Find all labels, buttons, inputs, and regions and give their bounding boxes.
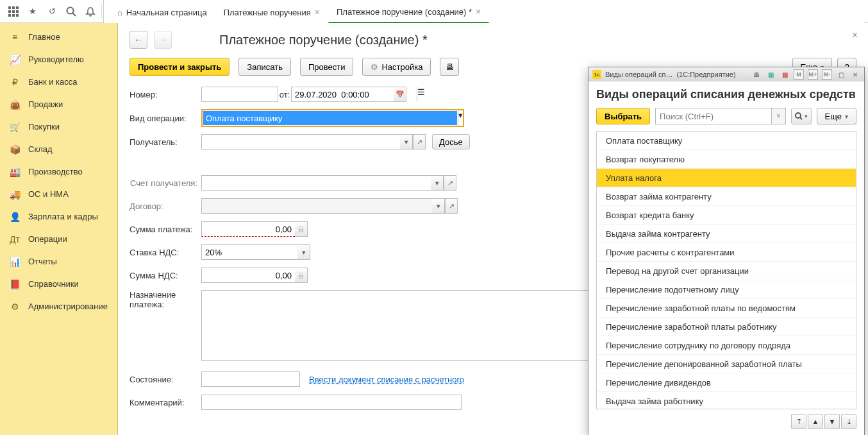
star-icon[interactable]: ★ [23, 2, 42, 21]
open-icon[interactable]: ↗ [445, 198, 458, 214]
popup-more-button[interactable]: Еще [817, 108, 856, 124]
chevron-down-icon[interactable]: ▾ [431, 175, 444, 191]
list-item[interactable]: Перечисление заработной платы работнику [597, 318, 856, 336]
sidebar-item-label: Операции [28, 234, 67, 244]
list-item[interactable]: Выдача займа контрагенту [597, 225, 856, 243]
calendar31-icon[interactable]: ▦ [780, 69, 790, 80]
list-item[interactable]: Перечисление дивидендов [597, 373, 856, 392]
print-icon[interactable]: 🖶 [751, 69, 762, 80]
list-item[interactable]: Возврат кредита банку [597, 206, 856, 225]
vat-rate-input[interactable] [201, 244, 297, 260]
sidebar-item-зарплата-и-кадры[interactable]: 👤Зарплата и кадры [0, 205, 117, 228]
close-icon[interactable]: × [852, 30, 858, 41]
open-icon[interactable]: ↗ [444, 175, 456, 191]
popup-titlebar[interactable]: 1c Виды операций сп… (1С:Предприятие) 🖶 … [588, 67, 864, 81]
sidebar-item-label: ОС и НМА [28, 189, 69, 199]
vat-sum-input[interactable] [201, 268, 295, 283]
search-icon[interactable] [62, 2, 81, 21]
m-plus-icon[interactable]: M+ [808, 69, 818, 80]
list-item[interactable]: Прочие расчеты с контрагентами [597, 243, 856, 262]
chevron-down-icon[interactable]: ▾ [400, 134, 413, 149]
list-item[interactable]: Перечисление заработной платы по ведомос… [597, 299, 856, 318]
sidebar-item-отчеты[interactable]: 📊Отчеты [0, 250, 117, 273]
sidebar-item-label: Производство [28, 167, 83, 176]
open-icon[interactable]: ↗ [413, 134, 426, 149]
list-item[interactable]: Выдача займа работнику [597, 392, 856, 409]
back-button[interactable]: ← [129, 31, 147, 49]
save-button[interactable]: Записать [238, 58, 291, 76]
chevron-down-icon[interactable]: ▾ [432, 198, 445, 214]
dossier-button[interactable]: Досье [432, 134, 470, 149]
list-item[interactable]: Перечисление сотруднику по договору подр… [597, 336, 856, 355]
enter-doc-link[interactable]: Ввести документ списания с расчетного [309, 375, 464, 384]
post-and-close-button[interactable]: Провести и закрыть [129, 58, 230, 76]
calculator-icon[interactable]: ⌸ [295, 268, 308, 283]
app-logo-icon: 1c [592, 70, 601, 79]
op-type-input[interactable] [203, 111, 457, 125]
truck-icon: 🚚 [9, 189, 21, 200]
sidebar-item-покупки[interactable]: 🛒Покупки [0, 115, 117, 138]
ruble-icon: ₽ [9, 77, 21, 87]
list-item[interactable]: Перечисление подотчетному лицу [597, 280, 856, 299]
sidebar-item-банк-и-касса[interactable]: ₽Банк и касса [0, 71, 117, 93]
calendar-icon[interactable]: ▦ [765, 69, 776, 80]
amount-input[interactable] [201, 221, 295, 237]
search-button[interactable] [791, 108, 811, 124]
sidebar-item-администрирование[interactable]: ⚙Администрирование [0, 295, 117, 318]
go-up-icon[interactable]: ▲ [808, 414, 823, 429]
list-item[interactable]: Оплата поставщику [597, 132, 856, 150]
close-icon[interactable]: ✕ [850, 69, 860, 80]
print-button[interactable]: 🖶 [440, 58, 459, 76]
tab-payment-orders[interactable]: Платежные поручения × [215, 1, 328, 23]
calendar-icon[interactable]: 📅 [394, 87, 406, 102]
sidebar-item-производство[interactable]: 🏭Производство [0, 160, 117, 183]
chevron-down-icon[interactable]: ▾ [458, 110, 463, 126]
select-button[interactable]: Выбрать [596, 108, 650, 124]
op-type-field[interactable]: ▾ [201, 109, 464, 127]
m-minus-icon[interactable]: M- [822, 69, 832, 80]
main-content: × ← → Платежное поручение (создание) * П… [118, 23, 868, 435]
list-icon[interactable]: ☰ [417, 87, 431, 101]
recipient-input[interactable] [201, 134, 400, 149]
search-input[interactable] [655, 108, 772, 124]
state-input[interactable] [201, 371, 300, 387]
list-item[interactable]: Возврат займа контрагенту [597, 187, 856, 206]
go-bottom-icon[interactable]: ⤓ [841, 414, 856, 429]
window-icon[interactable]: ▢ [836, 69, 846, 80]
sidebar-item-руководителю[interactable]: 📈Руководителю [0, 48, 117, 71]
date-input[interactable] [291, 87, 394, 102]
sidebar-item-склад[interactable]: 📦Склад [0, 138, 117, 160]
operation-types-list: Оплата поставщикуВозврат покупателюУплат… [596, 131, 856, 409]
sidebar-item-справочники[interactable]: 📕Справочники [0, 273, 117, 295]
list-item[interactable]: Перечисление депонированной заработной п… [597, 355, 856, 373]
list-item[interactable]: Перевод на другой счет организации [597, 262, 856, 280]
forward-button: → [154, 31, 172, 49]
recip-acct-input[interactable] [201, 175, 431, 191]
comment-input[interactable] [201, 395, 462, 410]
clear-icon[interactable]: × [772, 108, 786, 124]
apps-icon[interactable] [4, 2, 23, 21]
close-icon[interactable]: × [476, 6, 481, 17]
contract-input[interactable] [201, 198, 432, 214]
go-top-icon[interactable]: ⤒ [791, 414, 806, 429]
sidebar-item-главное[interactable]: ≡Главное [0, 26, 117, 48]
settings-button[interactable]: ⚙Настройка [362, 58, 431, 76]
number-input[interactable] [201, 87, 278, 102]
post-button[interactable]: Провести [300, 58, 354, 76]
tab-payment-order-create[interactable]: Платежное поручение (создание) * × [328, 1, 489, 23]
svg-rect-4 [12, 10, 15, 13]
m-icon[interactable]: M [794, 69, 804, 80]
history-icon[interactable]: ↺ [42, 2, 62, 21]
chevron-down-icon[interactable]: ▾ [297, 244, 310, 260]
sidebar-item-ос-и-нма[interactable]: 🚚ОС и НМА [0, 183, 117, 205]
calculator-icon[interactable]: ⌸ [295, 221, 308, 237]
go-down-icon[interactable]: ▼ [824, 414, 840, 429]
sidebar-item-продажи[interactable]: 👜Продажи [0, 93, 117, 115]
list-item[interactable]: Возврат покупателю [597, 150, 856, 169]
sidebar-item-операции[interactable]: ДтОперации [0, 228, 117, 250]
list-item[interactable]: Уплата налога [597, 169, 856, 187]
bell-icon[interactable] [81, 2, 100, 21]
vat-sum-label: Сумма НДС: [129, 271, 201, 280]
tab-home[interactable]: ⌂ Начальная страница [109, 1, 215, 23]
close-icon[interactable]: × [315, 7, 320, 17]
